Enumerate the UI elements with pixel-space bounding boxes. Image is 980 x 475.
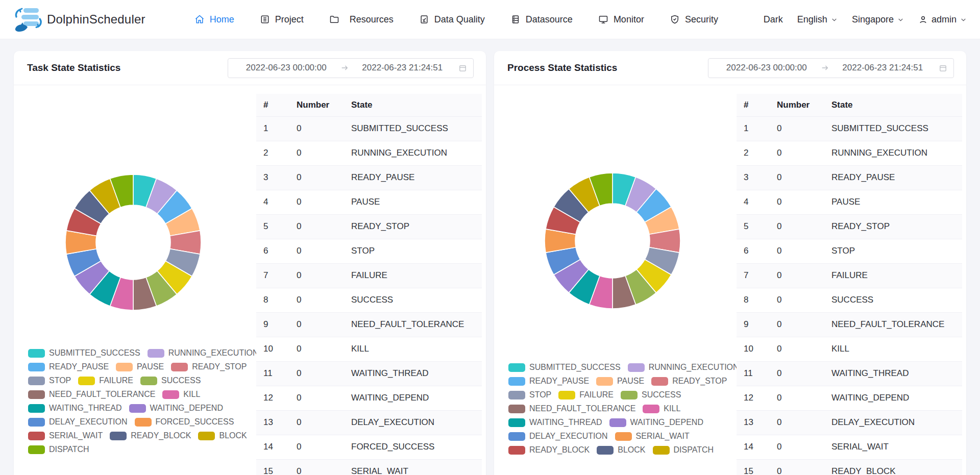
legend-item[interactable]: READY_PAUSE [28, 362, 109, 371]
nav-item-security[interactable]: Security [670, 14, 718, 25]
user-menu[interactable]: admin [918, 14, 967, 25]
date-start-value[interactable]: 2022-06-23 00:00:00 [234, 63, 338, 73]
app-title: DolphinScheduler [47, 12, 145, 27]
nav-label: Home [210, 14, 234, 25]
legend-item[interactable]: DELAY_EXECUTION [508, 432, 608, 441]
legend-swatch [198, 432, 215, 440]
legend-label: STOP [529, 390, 551, 399]
cell-number: 0 [770, 239, 824, 263]
legend-item[interactable]: READY_STOP [171, 362, 247, 371]
legend-item[interactable]: BLOCK [198, 431, 247, 440]
legend-item[interactable]: RUNNING_EXECUTION [628, 363, 739, 372]
legend-item[interactable]: DISPATCH [28, 445, 89, 454]
legend-swatch [162, 390, 179, 399]
nav-item-resources[interactable]: Resources [329, 14, 394, 25]
cell-number: 0 [289, 141, 344, 165]
legend-item[interactable]: SUCCESS [621, 390, 681, 399]
cell-state: DELAY_EXECUTION [344, 410, 482, 435]
legend-item[interactable]: WAITING_DEPEND [129, 404, 223, 413]
table-row: 1 0 SUBMITTED_SUCCESS [256, 116, 482, 141]
date-range-picker[interactable]: 2022-06-23 00:00:00 2022-06-23 21:24:51 [228, 58, 474, 78]
legend-item[interactable]: NEED_FAULT_TOLERANCE [508, 404, 635, 413]
legend-swatch [110, 432, 127, 440]
legend-swatch [628, 363, 645, 372]
cell-index: 7 [256, 263, 289, 288]
legend-swatch [508, 418, 525, 427]
date-range-picker[interactable]: 2022-06-23 00:00:00 2022-06-23 21:24:51 [708, 58, 954, 78]
legend-item[interactable]: STOP [28, 376, 71, 385]
legend-swatch [508, 391, 525, 399]
cell-index: 2 [737, 141, 770, 165]
cell-state: READY_BLOCK [824, 459, 962, 475]
nav-item-project[interactable]: Project [260, 14, 304, 25]
cell-state: READY_PAUSE [824, 165, 962, 190]
legend-item[interactable]: NEED_FAULT_TOLERANCE [28, 390, 155, 399]
legend-item[interactable]: READY_BLOCK [508, 445, 590, 455]
legend-item[interactable]: KILL [643, 404, 680, 413]
legend-item[interactable]: SUBMITTED_SUCCESS [508, 363, 621, 372]
theme-toggle-button[interactable]: Dark [764, 14, 783, 25]
legend-item[interactable]: READY_PAUSE [508, 377, 589, 386]
legend-label: BLOCK [219, 431, 247, 440]
legend-swatch [653, 446, 670, 455]
legend-item[interactable]: RUNNING_EXECUTION [148, 348, 259, 358]
cell-number: 0 [289, 312, 344, 337]
panel-title: Task State Statistics [27, 62, 120, 73]
legend-item[interactable]: SERIAL_WAIT [615, 432, 690, 441]
date-end-value[interactable]: 2022-06-23 21:24:51 [351, 63, 455, 73]
legend-item[interactable]: STOP [508, 390, 551, 399]
legend-item[interactable]: FORCED_SUCCESS [135, 417, 234, 427]
legend-swatch [171, 363, 188, 371]
legend-item[interactable]: SERIAL_WAIT [28, 431, 103, 440]
nav-item-datasource[interactable]: Datasource [510, 14, 573, 25]
task-state-chart-legend: SUBMITTED_SUCCESSRUNNING_EXECUTIONREADY_… [28, 348, 293, 454]
nav-item-home[interactable]: Home [194, 14, 234, 25]
legend-item[interactable]: BLOCK [597, 445, 645, 455]
legend-item[interactable]: READY_BLOCK [110, 431, 191, 440]
legend-swatch [28, 445, 45, 454]
nav-item-monitor[interactable]: Monitor [598, 14, 644, 25]
cell-state: STOP [344, 239, 482, 263]
process-state-statistics-panel: Process State Statistics 2022-06-23 00:0… [494, 51, 966, 475]
table-row: 12 0 WAITING_DEPEND [737, 386, 962, 410]
table-row: 6 0 STOP [737, 239, 962, 263]
cell-index: 5 [737, 214, 770, 239]
legend-item[interactable]: SUBMITTED_SUCCESS [28, 348, 140, 358]
legend-item[interactable]: FAILURE [558, 390, 614, 399]
legend-item[interactable]: FAILURE [78, 376, 133, 385]
date-range-arrow-icon [819, 64, 831, 72]
table-row: 15 0 READY_BLOCK [737, 459, 962, 475]
user-name: admin [932, 14, 957, 25]
cell-number: 0 [289, 361, 344, 386]
top-right-controls: Dark English Singapore admin [764, 14, 967, 25]
legend-label: DELAY_EXECUTION [529, 432, 608, 441]
legend-item[interactable]: DISPATCH [653, 445, 714, 455]
date-start-value[interactable]: 2022-06-23 00:00:00 [715, 63, 819, 73]
timezone-select[interactable]: Singapore [852, 14, 904, 25]
nav-item-data-quality[interactable]: Data Quality [419, 14, 485, 25]
legend-item[interactable]: KILL [162, 390, 200, 399]
legend-item[interactable]: DELAY_EXECUTION [28, 417, 128, 427]
date-end-value[interactable]: 2022-06-23 21:24:51 [831, 63, 935, 73]
cell-index: 6 [737, 239, 770, 263]
legend-item[interactable]: SUCCESS [140, 376, 201, 385]
legend-item[interactable]: WAITING_DEPEND [609, 418, 703, 427]
language-select[interactable]: English [797, 14, 838, 25]
table-row: 2 0 RUNNING_EXECUTION [256, 141, 482, 165]
cell-number: 0 [289, 214, 344, 239]
table-row: 8 0 SUCCESS [737, 288, 962, 312]
legend-item[interactable]: PAUSE [596, 377, 644, 386]
legend-item[interactable]: READY_STOP [651, 377, 727, 386]
donut-svg [541, 169, 684, 312]
nav-label: Monitor [614, 14, 644, 25]
legend-item[interactable]: WAITING_THREAD [508, 418, 602, 427]
donut-svg [62, 171, 205, 314]
legend-label: READY_PAUSE [49, 362, 109, 371]
legend-item[interactable]: WAITING_THREAD [28, 404, 122, 413]
cell-index: 3 [256, 165, 289, 190]
table-row: 10 0 KILL [256, 337, 482, 361]
cell-state: KILL [344, 337, 482, 361]
legend-label: FAILURE [99, 376, 133, 385]
legend-item[interactable]: PAUSE [116, 362, 164, 371]
legend-swatch [28, 377, 45, 385]
